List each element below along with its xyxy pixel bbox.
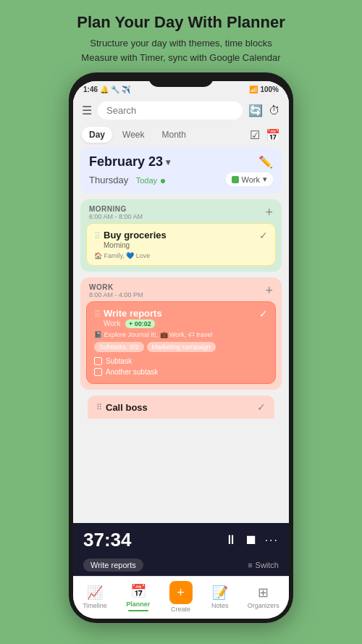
nav-label-timeline: Timeline xyxy=(83,602,107,609)
timer-task-label[interactable]: Write reports xyxy=(83,559,143,572)
status-right: 📶 100% xyxy=(249,85,279,93)
date-header: February 23 ▾ ✏️ Thursday Today xyxy=(80,147,282,193)
timer-more-icon[interactable]: ··· xyxy=(265,534,279,547)
timer-switch-button[interactable]: ≡ Switch xyxy=(248,561,279,569)
write-reports-check-icon[interactable]: ✓ xyxy=(259,308,268,319)
create-button[interactable]: + xyxy=(169,581,193,604)
call-boss-name[interactable]: Call boss xyxy=(106,402,148,413)
nav-item-create[interactable]: + Create xyxy=(169,581,193,613)
subtask-chips: Subtasks: 0/2 Marketing campaign xyxy=(94,342,268,352)
planner-underline xyxy=(128,610,148,611)
subtask-items: Subtask Another subtask xyxy=(94,356,268,377)
top-bar: ☰ 🔄 ⏱ xyxy=(73,97,289,124)
page-subtitle: Structure your day with themes, time blo… xyxy=(14,36,348,64)
menu-icon[interactable]: ☰ xyxy=(82,104,92,117)
organizers-icon: ⊞ xyxy=(258,585,269,601)
subtask-item-2: Another subtask xyxy=(94,367,268,377)
call-boss-check-icon[interactable]: ✓ xyxy=(257,401,266,413)
date-row: February 23 ▾ ✏️ xyxy=(89,154,273,170)
subtask-item-1: Subtask xyxy=(94,356,268,367)
write-reports-subtitle: Work + 00:02 xyxy=(104,319,259,328)
planner-icon: 📅 xyxy=(130,583,146,599)
timer-pause-icon[interactable]: ⏸ xyxy=(224,532,237,548)
timeline-icon: 📈 xyxy=(87,585,103,601)
write-reports-task-card: ⠿ Write reports Work + 00:02 ✓ xyxy=(86,301,276,384)
switch-icon: ≡ xyxy=(248,561,252,569)
scroll-area: February 23 ▾ ✏️ Thursday Today xyxy=(73,147,289,419)
timer-display: 37:34 xyxy=(83,529,132,551)
day-row: Thursday Today Work ▾ xyxy=(89,172,273,186)
drag-handle-icon-2: ⠿ xyxy=(94,309,101,319)
notes-icon: 📝 xyxy=(212,585,228,601)
status-time: 1:46 xyxy=(83,85,98,93)
work-title-group: WORK 8:00 AM - 4:00 PM xyxy=(89,283,143,298)
status-icons: 🔔 🔧 ✈️ xyxy=(100,85,130,93)
nav-item-notes[interactable]: 📝 Notes xyxy=(211,585,229,609)
subtask-checkbox-1[interactable] xyxy=(94,357,102,365)
edit-icon[interactable]: ✏️ xyxy=(258,155,273,169)
tab-month[interactable]: Month xyxy=(154,127,193,143)
nav-label-planner: Planner xyxy=(126,601,150,608)
call-boss-section: ⠿ Call boss ✓ xyxy=(88,396,274,419)
page-header: Plan Your Day With Planner Structure you… xyxy=(0,0,362,72)
nav-item-planner[interactable]: 📅 Planner xyxy=(126,583,150,611)
groceries-tags: 🏠 Family, 💙 Love xyxy=(94,252,268,259)
timer-bar: 37:34 ⏸ ⏹ ··· xyxy=(73,523,289,557)
morning-section-header: MORNING 6:00 AM - 8:00 AM + xyxy=(80,199,282,223)
subtask-checkbox-2[interactable] xyxy=(94,368,102,376)
morning-add-button[interactable]: + xyxy=(265,205,273,220)
nav-label-notes: Notes xyxy=(211,602,229,609)
timer-stop-icon[interactable]: ⏹ xyxy=(245,532,258,548)
groceries-task-card: ⠿ Buy groceries Morning ✓ 🏠 Family, 💙 Lo… xyxy=(86,223,276,266)
timer-controls: ⏸ ⏹ ··· xyxy=(224,532,279,548)
time-badge: + 00:02 xyxy=(125,319,155,328)
search-input[interactable] xyxy=(98,101,243,120)
work-add-button[interactable]: + xyxy=(265,283,273,298)
work-chevron-icon: ▾ xyxy=(263,175,267,184)
morning-title-group: MORNING 6:00 AM - 8:00 AM xyxy=(89,205,143,220)
subtasks-count-chip: Subtasks: 0/2 xyxy=(94,342,144,352)
timer-icon[interactable]: ⏱ xyxy=(269,104,280,117)
nav-item-organizers[interactable]: ⊞ Organizers xyxy=(248,585,279,609)
nav-label-create: Create xyxy=(171,606,190,613)
work-tag-dot xyxy=(232,176,239,183)
page-title: Plan Your Day With Planner xyxy=(14,13,348,32)
drag-handle-icon-3: ⠿ xyxy=(96,403,102,412)
nav-item-timeline[interactable]: 📈 Timeline xyxy=(83,585,107,609)
refresh-icon[interactable]: 🔄 xyxy=(248,104,263,117)
top-bar-icons: 🔄 ⏱ xyxy=(248,104,280,117)
tab-week[interactable]: Week xyxy=(115,127,151,143)
work-section: WORK 8:00 AM - 4:00 PM + ⠿ Write reports xyxy=(80,277,282,390)
marketing-chip: Marketing campaign xyxy=(147,342,216,352)
work-tag[interactable]: Work ▾ xyxy=(226,172,273,186)
tab-day[interactable]: Day xyxy=(82,127,112,143)
phone-screen: 1:46 🔔 🔧 ✈️ 📶 100% ☰ 🔄 ⏱ xyxy=(73,81,289,619)
status-left: 1:46 🔔 🔧 ✈️ xyxy=(83,85,130,93)
nav-label-organizers: Organizers xyxy=(248,602,279,609)
app-content: ☰ 🔄 ⏱ Day Week Month ☑ 📅 xyxy=(73,97,289,523)
groceries-task-info: Buy groceries Morning xyxy=(104,230,259,249)
calendar-icon[interactable]: 📅 xyxy=(266,128,280,142)
date-title: February 23 ▾ xyxy=(89,154,170,170)
work-section-header: WORK 8:00 AM - 4:00 PM + xyxy=(80,277,282,301)
write-reports-task-row: ⠿ Write reports Work + 00:02 ✓ xyxy=(94,308,268,328)
date-chevron-icon[interactable]: ▾ xyxy=(166,157,170,167)
morning-section: MORNING 6:00 AM - 8:00 AM + ⠿ Buy grocer… xyxy=(80,199,282,272)
today-badge: Today xyxy=(136,176,165,185)
write-reports-tags: 📓 Explore Journal it!, 💼 Work, 🏷 travel xyxy=(94,331,268,338)
groceries-check-icon[interactable]: ✓ xyxy=(259,230,268,241)
phone-notch xyxy=(148,72,214,87)
tab-bar-icons: ☑ 📅 xyxy=(250,128,280,142)
view-tabs: Day Week Month xyxy=(82,127,193,143)
checklist-icon[interactable]: ☑ xyxy=(250,128,260,142)
write-reports-task-info: Write reports Work + 00:02 xyxy=(104,308,259,328)
today-dot xyxy=(161,179,165,183)
day-info: Thursday Today xyxy=(89,173,165,186)
signal-icon: 📶 xyxy=(249,85,258,93)
tab-bar: Day Week Month ☑ 📅 xyxy=(73,124,289,147)
bottom-nav: 📈 Timeline 📅 Planner + Create 📝 Notes ⊞ … xyxy=(73,576,289,619)
phone-shell: 1:46 🔔 🔧 ✈️ 📶 100% ☰ 🔄 ⏱ xyxy=(69,72,293,623)
timer-label-bar: Write reports ≡ Switch xyxy=(73,557,289,576)
drag-handle-icon: ⠿ xyxy=(94,231,101,241)
groceries-task-row: ⠿ Buy groceries Morning ✓ xyxy=(94,230,268,249)
